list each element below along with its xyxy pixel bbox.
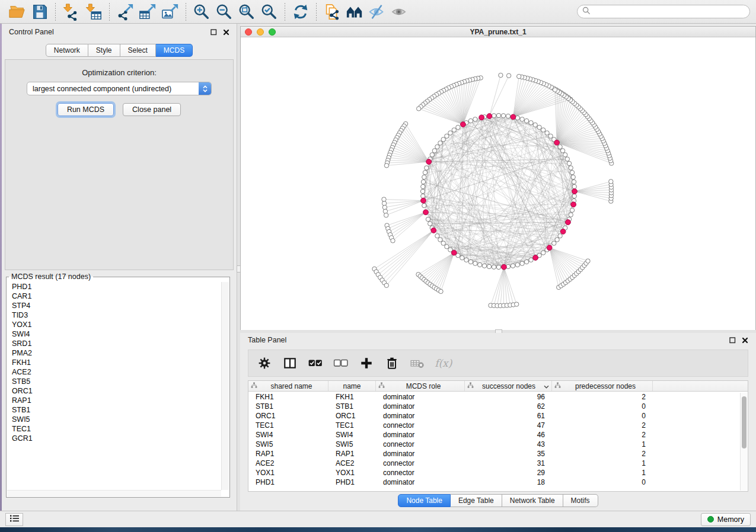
table-row[interactable]: ORC1ORC1dominator610	[248, 411, 740, 421]
network-node[interactable]	[384, 283, 388, 287]
network-node[interactable]	[426, 217, 430, 221]
network-node[interactable]	[460, 256, 464, 260]
network-node[interactable]	[609, 180, 613, 184]
network-node[interactable]	[383, 209, 387, 213]
mcds-result-item[interactable]: STB5	[7, 377, 221, 386]
network-node[interactable]	[421, 184, 425, 188]
network-node[interactable]	[482, 264, 486, 268]
network-node[interactable]	[553, 88, 557, 92]
network-node[interactable]	[558, 234, 562, 238]
network-node[interactable]	[425, 166, 429, 170]
mcds-dominator-node[interactable]	[423, 210, 429, 215]
window-maximize-button[interactable]	[269, 28, 276, 36]
network-node[interactable]	[520, 117, 524, 121]
mcds-result-item[interactable]: STB1	[7, 405, 221, 415]
network-node[interactable]	[456, 125, 460, 129]
criterion-select[interactable]: largest connected component (undirected)	[27, 82, 212, 95]
mcds-result-item[interactable]: TEC1	[7, 424, 221, 434]
mcds-result-item[interactable]: RAP1	[7, 396, 221, 405]
mcds-dominator-node[interactable]	[511, 114, 516, 120]
tab-select[interactable]: Select	[120, 44, 156, 57]
network-node[interactable]	[445, 134, 449, 138]
network-node[interactable]	[515, 262, 519, 267]
network-node[interactable]	[422, 175, 426, 179]
network-node[interactable]	[533, 123, 537, 127]
network-view-canvas[interactable]	[241, 37, 755, 330]
select-all-button[interactable]	[307, 354, 324, 372]
network-node[interactable]	[487, 264, 491, 268]
mcds-result-scrollbar[interactable]	[221, 282, 229, 490]
network-node[interactable]	[572, 194, 576, 198]
network-node[interactable]	[420, 189, 425, 193]
network-node[interactable]	[423, 171, 427, 175]
float-panel-icon[interactable]	[729, 336, 736, 344]
mcds-result-item[interactable]: YOX1	[7, 320, 221, 329]
unselect-all-button[interactable]	[332, 354, 350, 372]
network-node[interactable]	[572, 180, 576, 184]
network-node[interactable]	[421, 194, 425, 198]
mcds-result-item[interactable]: SRD1	[7, 339, 221, 348]
mcds-dominator-node[interactable]	[431, 228, 436, 233]
network-node[interactable]	[520, 261, 524, 265]
network-node[interactable]	[555, 238, 559, 242]
mcds-dominator-node[interactable]	[461, 122, 466, 127]
apply-layout-button[interactable]	[289, 2, 312, 22]
network-node[interactable]	[548, 134, 553, 138]
network-node[interactable]	[468, 259, 473, 264]
network-node[interactable]	[478, 262, 482, 267]
table-row[interactable]: FKH1FKH1dominator962	[248, 392, 740, 402]
network-node[interactable]	[435, 145, 439, 149]
network-node[interactable]	[515, 116, 519, 120]
network-node[interactable]	[506, 73, 511, 78]
save-session-button[interactable]	[28, 2, 51, 22]
mcds-dominator-node[interactable]	[451, 250, 457, 255]
network-node[interactable]	[586, 259, 590, 263]
network-node[interactable]	[384, 164, 388, 168]
delete-columns-button[interactable]	[383, 354, 401, 372]
network-node[interactable]	[382, 205, 387, 209]
network-node[interactable]	[382, 201, 386, 206]
add-column-button[interactable]	[358, 354, 375, 372]
network-node[interactable]	[569, 166, 573, 170]
network-node[interactable]	[445, 245, 449, 249]
mcds-result-item[interactable]: CAR1	[7, 291, 221, 301]
mcds-dominator-node[interactable]	[533, 255, 538, 261]
network-node[interactable]	[428, 222, 432, 226]
tab-edge-table[interactable]: Edge Table	[451, 494, 502, 507]
network-node[interactable]	[473, 117, 477, 121]
mcds-result-item[interactable]: SWI5	[7, 415, 221, 424]
close-panel-icon[interactable]	[222, 28, 229, 36]
table-row[interactable]: TEC1TEC1connector472	[248, 421, 740, 430]
export-image-button[interactable]	[159, 2, 181, 22]
import-network-button[interactable]	[60, 2, 82, 22]
network-node[interactable]	[438, 141, 442, 145]
new-network-from-selection-button[interactable]	[321, 2, 343, 22]
panel-menu-button[interactable]	[5, 513, 23, 526]
table-row[interactable]: RAP1RAP1dominator352	[248, 449, 740, 459]
tab-mcds[interactable]: MCDS	[156, 44, 193, 57]
network-node[interactable]	[570, 208, 574, 212]
mcds-result-item[interactable]: STP4	[7, 301, 221, 310]
mcds-dominator-node[interactable]	[572, 189, 578, 194]
mcds-dominator-node[interactable]	[566, 220, 571, 225]
import-table-button[interactable]	[82, 2, 105, 22]
table-row[interactable]: ACE2ACE2connector311	[248, 459, 740, 468]
network-node[interactable]	[570, 171, 574, 175]
memory-button[interactable]: Memory	[701, 513, 751, 526]
column-header-predecessor-nodes[interactable]: predecessor nodes	[552, 381, 653, 391]
network-node[interactable]	[430, 153, 434, 157]
column-header-mcds-role[interactable]: MCDS role	[376, 381, 465, 391]
network-node[interactable]	[571, 175, 575, 179]
network-node[interactable]	[492, 265, 496, 269]
network-node[interactable]	[552, 241, 556, 245]
network-node[interactable]	[499, 73, 503, 77]
network-node[interactable]	[565, 157, 569, 161]
network-node[interactable]	[448, 131, 452, 135]
window-close-button[interactable]	[245, 28, 252, 36]
network-node[interactable]	[515, 302, 519, 306]
tab-style[interactable]: Style	[88, 44, 120, 57]
network-node[interactable]	[563, 153, 567, 157]
network-node[interactable]	[382, 197, 386, 201]
table-row[interactable]: SWI4SWI4dominator462	[248, 430, 740, 440]
hide-selected-button[interactable]	[366, 2, 388, 22]
